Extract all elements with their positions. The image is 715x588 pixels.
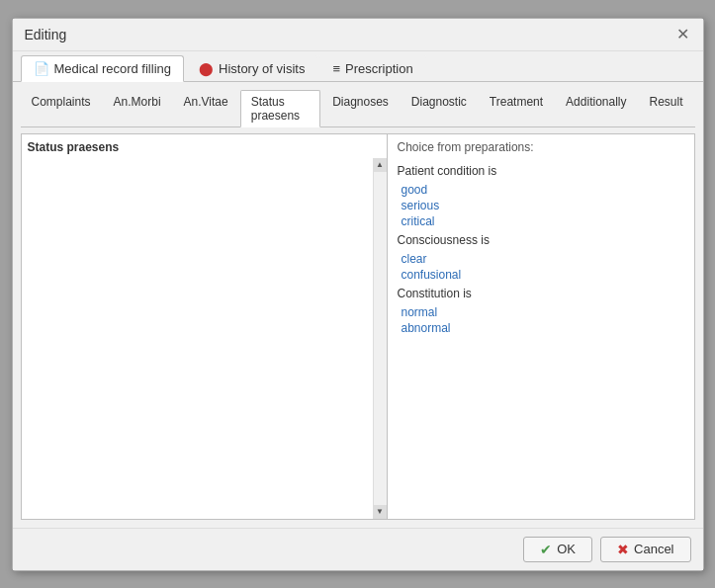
sub-tab-complaints[interactable]: Complaints	[21, 90, 102, 126]
ok-label: OK	[557, 542, 576, 556]
sub-tab-diagnostic[interactable]: Diagnostic	[401, 90, 478, 126]
sub-tabs: Complaints An.Morbi An.Vitae Status prae…	[21, 90, 695, 127]
tab-prescription-label: Prescription	[345, 61, 413, 76]
panel-body: Status praesens ▲ ▼ Choice from preparat…	[22, 134, 694, 519]
ok-button[interactable]: ✔ OK	[523, 537, 592, 562]
tab-medical-record[interactable]: 📄 Medical record filling	[21, 55, 185, 82]
choice-item-serious[interactable]: serious	[402, 198, 684, 213]
choice-item-abnormal[interactable]: abnormal	[402, 320, 684, 336]
footer: ✔ OK ✖ Cancel	[13, 528, 703, 570]
sub-tab-an-vitae[interactable]: An.Vitae	[173, 90, 239, 126]
choice-item-confusional[interactable]: confusional	[402, 267, 684, 283]
main-tabs: 📄 Medical record filling ⬤ History of vi…	[13, 51, 703, 82]
sub-tab-status-praesens[interactable]: Status praesens	[240, 90, 320, 127]
dialog-title: Editing	[25, 27, 67, 42]
sub-tab-diagnoses[interactable]: Diagnoses	[321, 90, 400, 126]
status-praesens-editor[interactable]	[28, 158, 381, 513]
choice-title: Choice from preparations:	[398, 140, 684, 154]
scrollbar[interactable]: ▲ ▼	[373, 158, 387, 519]
sub-tab-result[interactable]: Result	[638, 90, 693, 126]
left-pane: Status praesens ▲ ▼	[22, 134, 388, 519]
main-panel: Status praesens ▲ ▼ Choice from preparat…	[21, 133, 695, 520]
choice-item-critical[interactable]: critical	[402, 213, 684, 229]
sub-tab-an-morbi[interactable]: An.Morbi	[103, 90, 172, 126]
content-area: Complaints An.Morbi An.Vitae Status prae…	[13, 82, 703, 528]
medical-record-icon: 📄	[34, 61, 49, 76]
group-label-0: Patient condition is	[398, 164, 684, 178]
tab-history-visits[interactable]: ⬤ History of visits	[186, 55, 317, 81]
cancel-icon: ✖	[617, 542, 629, 557]
prescription-icon: ≡	[332, 61, 340, 76]
choice-item-normal[interactable]: normal	[402, 304, 684, 320]
sub-tab-treatment[interactable]: Treatment	[479, 90, 554, 126]
left-pane-title: Status praesens	[28, 140, 381, 154]
right-pane: Choice from preparations: Patient condit…	[388, 134, 694, 519]
ok-icon: ✔	[540, 542, 552, 557]
editing-dialog: Editing ✕ 📄 Medical record filling ⬤ His…	[12, 18, 704, 571]
tab-medical-record-label: Medical record filling	[54, 61, 172, 76]
choice-item-clear[interactable]: clear	[402, 251, 684, 267]
scroll-down-arrow[interactable]: ▼	[373, 505, 387, 519]
cancel-button[interactable]: ✖ Cancel	[600, 537, 690, 562]
group-label-1: Consciousness is	[398, 233, 684, 247]
history-visits-icon: ⬤	[199, 61, 214, 76]
sub-tab-additionally[interactable]: Additionally	[555, 90, 637, 126]
group-label-2: Constitution is	[398, 287, 684, 300]
cancel-label: Cancel	[634, 542, 673, 556]
tab-prescription[interactable]: ≡ Prescription	[319, 55, 425, 81]
choice-item-good[interactable]: good	[402, 182, 684, 198]
scroll-up-arrow[interactable]: ▲	[373, 158, 387, 172]
title-bar: Editing ✕	[13, 19, 703, 51]
tab-history-visits-label: History of visits	[219, 61, 305, 76]
close-button[interactable]: ✕	[674, 27, 691, 42]
